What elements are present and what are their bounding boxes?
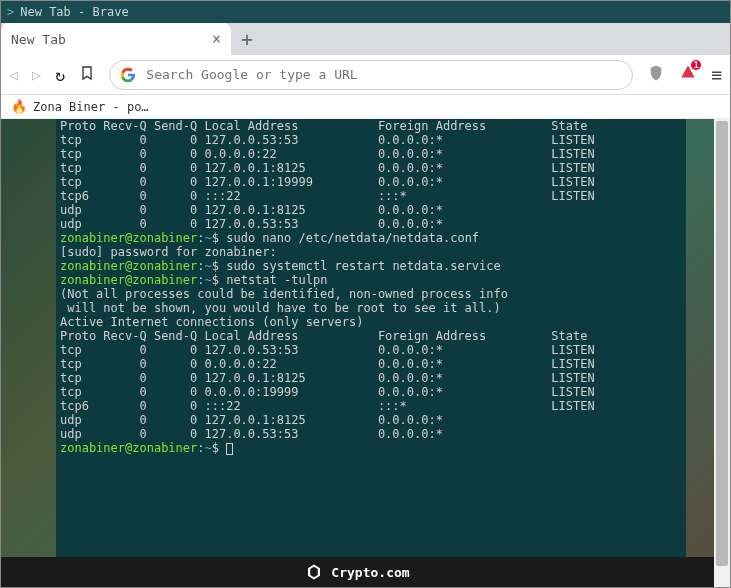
- scrollbar-track[interactable]: [714, 119, 730, 587]
- terminal-note: (Not all processes could be identified, …: [60, 287, 508, 301]
- brave-shields-icon[interactable]: [647, 64, 665, 85]
- browser-tab[interactable]: New Tab ×: [1, 23, 231, 55]
- table-row: tcp 0 0 0.0.0.0:19999 0.0.0.0:* LISTEN: [60, 385, 595, 399]
- table-row: udp 0 0 127.0.0.1:8125 0.0.0.0:*: [60, 203, 443, 217]
- bookmarks-bar: 🔥 Zona Biner - po…: [1, 95, 730, 119]
- table-row: tcp 0 0 127.0.0.1:19999 0.0.0.0:* LISTEN: [60, 175, 595, 189]
- terminal-cursor[interactable]: [226, 443, 233, 455]
- table-row: udp 0 0 127.0.0.1:8125 0.0.0.0:*: [60, 413, 443, 427]
- titlebar-chevron-icon: >: [7, 5, 14, 19]
- table-row: tcp 0 0 127.0.0.1:8125 0.0.0.0:* LISTEN: [60, 161, 595, 175]
- reload-button[interactable]: ↻: [55, 65, 65, 85]
- tab-strip: New Tab × +: [1, 23, 730, 55]
- terminal-window: Proto Recv-Q Send-Q Local Address Foreig…: [56, 119, 686, 559]
- extension-badge: 1: [691, 60, 701, 70]
- terminal-note: will not be shown, you would have to be …: [60, 301, 501, 315]
- window-titlebar: > New Tab - Brave: [1, 1, 730, 23]
- google-icon: [120, 67, 136, 83]
- menu-button[interactable]: ≡: [711, 64, 722, 85]
- bookmark-item[interactable]: Zona Biner - po…: [33, 100, 149, 114]
- table-row: tcp6 0 0 :::22 :::* LISTEN: [60, 399, 595, 413]
- sudo-prompt: [sudo] password for zonabiner:: [60, 245, 277, 259]
- terminal-header: Proto Recv-Q Send-Q Local Address Foreig…: [60, 119, 587, 133]
- table-row: tcp6 0 0 :::22 :::* LISTEN: [60, 189, 595, 203]
- forward-button[interactable]: ▷: [32, 66, 41, 84]
- bookmark-favicon-icon: 🔥: [11, 99, 27, 114]
- footer-text: Crypto.com: [331, 565, 409, 580]
- table-row: tcp 0 0 127.0.0.53:53 0.0.0.0:* LISTEN: [60, 343, 595, 357]
- table-row: udp 0 0 127.0.0.53:53 0.0.0.0:*: [60, 427, 443, 441]
- table-row: tcp 0 0 0.0.0.0:22 0.0.0.0:* LISTEN: [60, 357, 595, 371]
- back-button[interactable]: ◁: [9, 66, 18, 84]
- terminal-command: sudo systemctl restart netdata.service: [226, 259, 501, 273]
- table-row: tcp 0 0 127.0.0.1:8125 0.0.0.0:* LISTEN: [60, 371, 595, 385]
- window-title: New Tab - Brave: [20, 5, 128, 19]
- browser-toolbar: ◁ ▷ ↻ 1 ≡: [1, 55, 730, 95]
- footer-banner[interactable]: Crypto.com: [1, 557, 714, 587]
- close-icon[interactable]: ×: [212, 30, 221, 48]
- tab-title: New Tab: [11, 32, 66, 47]
- crypto-logo-icon: [305, 563, 323, 581]
- table-row: tcp 0 0 0.0.0.0:22 0.0.0.0:* LISTEN: [60, 147, 595, 161]
- page-content: Proto Recv-Q Send-Q Local Address Foreig…: [1, 119, 730, 587]
- search-input[interactable]: [146, 67, 622, 82]
- scrollbar-thumb[interactable]: [716, 121, 728, 566]
- terminal-header: Proto Recv-Q Send-Q Local Address Foreig…: [60, 329, 587, 343]
- new-tab-button[interactable]: +: [241, 27, 253, 51]
- table-row: tcp 0 0 127.0.0.53:53 0.0.0.0:* LISTEN: [60, 133, 595, 147]
- extension-icon[interactable]: 1: [679, 64, 697, 85]
- terminal-command: sudo nano /etc/netdata/netdata.conf: [226, 231, 479, 245]
- table-row: udp 0 0 127.0.0.53:53 0.0.0.0:*: [60, 217, 443, 231]
- address-bar[interactable]: [109, 60, 633, 90]
- terminal-active: Active Internet connections (only server…: [60, 315, 363, 329]
- bookmark-icon[interactable]: [79, 65, 95, 85]
- prompt-userhost: zonabiner@zonabiner: [60, 231, 197, 245]
- terminal-command: netstat -tulpn: [226, 273, 327, 287]
